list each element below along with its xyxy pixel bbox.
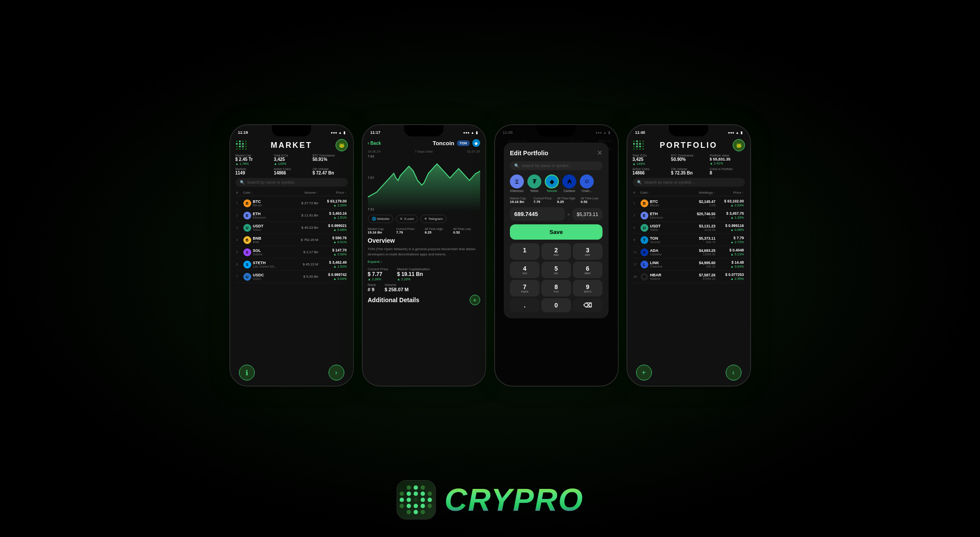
numpad-9[interactable]: 9WXYZ (573, 280, 603, 296)
battery-icon-1: ▮ (343, 131, 345, 135)
time-4: 11:40 (635, 130, 645, 135)
phone-edit-portfolio: 11:45 ●●● ▲ ▮ 1BTC Bitcoin$27.72Bn$63,17… (494, 124, 619, 387)
additional-plus-button[interactable]: + (470, 295, 480, 305)
coin-row[interactable]: 5 S SOL Solana $ 2.17 Bn $ 147.70 ▲ 2.56… (235, 246, 348, 258)
expand-button[interactable]: Expand ↓ (368, 260, 480, 264)
portfolio-coin-row[interactable]: 2 E ETH Ethereum $20,746.50 6.00 $ 3,457… (633, 209, 745, 222)
coin-icon-usdc: U (243, 273, 251, 281)
amount-input-row: 689.7445 = $5,373.11 (510, 207, 603, 221)
avatar-1: 🐸 (336, 139, 348, 151)
app-logo-1 (235, 139, 248, 151)
overview-text: TON (The Open Network) is a general-purp… (368, 247, 480, 257)
coin-list-1: 1 B BTC Bitcoin $ 27.72 Bn $ 63,179.00 ▲… (235, 197, 348, 283)
crypro-app-icon (396, 480, 436, 520)
rank-vol-row: Rank # 9 Volume $ 258.07 M (368, 283, 480, 292)
scene: 11:19 ●●● ▲ ▮ (0, 0, 980, 537)
coin-chip-usdt[interactable]: ₮ Tether (527, 174, 541, 192)
phone-market: 11:19 ●●● ▲ ▮ (229, 124, 354, 387)
numpad-5[interactable]: 5JKL (541, 262, 571, 278)
modal-search-icon: 🔍 (514, 164, 519, 168)
coin-row[interactable]: 3 U USDT Tether $ 40.23 Bn $ 0.999021 ▲ … (235, 222, 348, 234)
edit-portfolio-modal: Edit Portfolio ✕ 🔍 Search by name or sym… (504, 143, 609, 318)
portfolio-coin-row[interactable]: 17 L LINK Chainlink $4,995.60 345.00 $ 1… (633, 258, 745, 271)
modal-market-stats: Market Cap: 19.16 Bn Current Price: 7.79… (510, 197, 603, 204)
coin-icon-usdt-p: U (641, 224, 648, 232)
portfolio-coin-row[interactable]: 1 B BTC Bitcoin $2,145.47 0.03 $ 63,102.… (633, 197, 745, 209)
search-icon-1: 🔍 (240, 180, 245, 185)
market-stats: Market Cap $ 2.45 Tr ▲ 1.76% Total ICOs … (235, 154, 348, 175)
coin-selector-scroll: Ξ Ethereum ₮ Tether ◆ Toncoin (510, 174, 603, 192)
coin-chip-eth[interactable]: Ξ Ethereum (510, 174, 524, 192)
price-chart-svg (368, 154, 480, 211)
market-header: MARKET 🐸 (235, 137, 348, 154)
portfolio-header: PORTFOLIO 🐸 (633, 137, 745, 154)
info-button-1[interactable]: ℹ (239, 365, 255, 380)
notch-1 (272, 125, 311, 136)
portfolio-coin-row[interactable]: 38 H HBAR Hedera $7,587.26 97954.23 $ 0.… (633, 271, 745, 283)
portfolio-coin-row[interactable]: 9 T TON Toncoin $5,373.11 689.74 $ 7.79 … (633, 234, 745, 246)
chart-dates: 24.06.24 7 days chart 01.07.24 (368, 150, 480, 153)
numpad-7[interactable]: 7PQRS (510, 280, 540, 296)
overview-title: Overview (368, 237, 480, 244)
search-bar-1[interactable]: 🔍 Search by name or symbol... (235, 178, 348, 187)
avatar-4: 🐸 (733, 139, 745, 151)
coin-row[interactable]: 1 B BTC Bitcoin $ 27.72 Bn $ 63,179.00 ▲… (235, 197, 348, 209)
coin-icon-sol: S (243, 248, 251, 256)
coin-chip-link[interactable]: ⬡ Chain... (580, 174, 594, 192)
modal-title: Edit Portfolio (510, 150, 548, 157)
bottom-bar-1: ℹ › (230, 365, 353, 380)
app-logo-4 (633, 139, 645, 151)
coin-icon-ton-p: T (641, 236, 648, 244)
numpad-6[interactable]: 6MNO (573, 262, 603, 278)
table-header-1: # Coin ↓ Volume ↑ Price ↑ (235, 189, 348, 196)
website-link[interactable]: 🌐 Website (368, 215, 394, 223)
notch-2 (404, 125, 443, 136)
telegram-link[interactable]: ✈ Telegram (420, 215, 447, 223)
ton-coin-icon: ◆ (472, 139, 480, 147)
coin-icon-btc-p: B (641, 199, 648, 207)
search-bar-4[interactable]: 🔍 Search by name or symbol... (633, 178, 745, 187)
coin-icon-eth-p: E (641, 212, 648, 220)
coin-row[interactable]: 4 B BNB BNB $ 752.20 M $ 580.76 ▲ 0.51% (235, 234, 348, 246)
numpad-backspace[interactable]: ⌫ (573, 298, 603, 312)
crypro-brand-text: CRYPRO (444, 482, 584, 518)
portfolio-coin-row[interactable]: 3 U USDT Tether $3,131.23 3134.00 $ 0.99… (633, 222, 745, 234)
amount-input-field[interactable]: 689.7445 (510, 207, 565, 221)
save-button[interactable]: Save (510, 224, 603, 240)
modal-header: Edit Portfolio ✕ (510, 149, 603, 157)
numpad-0[interactable]: 0 (541, 298, 571, 312)
phone-portfolio: 11:40 ●●● ▲ ▮ (627, 124, 751, 387)
notch-4 (669, 125, 708, 136)
close-modal-button[interactable]: ✕ (597, 149, 603, 157)
next-button-1[interactable]: › (329, 365, 344, 380)
add-button-4[interactable]: + (636, 365, 652, 380)
wifi-icon-1: ▲ (339, 131, 342, 135)
additional-details-header: Additional Details + (368, 295, 480, 305)
price-mkt-row: Current Price $ 7.77 ▲ 2.26% Market Capi… (368, 267, 480, 281)
numpad-1[interactable]: 1 (510, 243, 540, 260)
back-button-4[interactable]: ‹ (726, 365, 741, 380)
coin-icon-usdt: U (243, 224, 251, 232)
coin-chip-ton[interactable]: ◆ Toncoin (545, 174, 559, 192)
coin-icon-steth: S (243, 261, 251, 268)
modal-search-bar[interactable]: 🔍 Search by name or symbol... (510, 161, 603, 170)
numpad-4[interactable]: 4GHI (510, 262, 540, 278)
xcom-link[interactable]: ✕ X.com (396, 215, 418, 223)
portfolio-coin-list: 1 B BTC Bitcoin $2,145.47 0.03 $ 63,102.… (633, 197, 745, 283)
modal-overlay: Edit Portfolio ✕ 🔍 Search by name or sym… (495, 125, 618, 386)
coin-row[interactable]: 7 U USDC USDC $ 5.20 Bn $ 0.999742 ▲ 0.0… (235, 271, 348, 283)
link-buttons: 🌐 Website ✕ X.com ✈ Telegram (368, 215, 480, 223)
fiat-value-display: $5,373.11 (572, 208, 603, 220)
portfolio-coin-row[interactable]: 11 A ADA Cardano $4,693.25 11594.00 $ 0.… (633, 246, 745, 258)
coin-chip-ada[interactable]: ₳ Cardano (562, 174, 576, 192)
numpad-3[interactable]: 3DEF (573, 243, 603, 260)
numpad-dot[interactable]: . (510, 298, 540, 312)
search-icon-4: 🔍 (637, 180, 642, 185)
coin-row[interactable]: 2 E ETH Ethereum $ 11.91 Bn $ 3,463.16 ▲… (235, 209, 348, 222)
numpad-8[interactable]: 8TUV (541, 280, 571, 296)
coin-icon-hbar-p: H (641, 273, 648, 281)
numpad-2[interactable]: 2ABC (541, 243, 571, 260)
coin-row[interactable]: 6 S STETH Lido Staked Eth... $ 45.22 M $… (235, 258, 348, 271)
back-button[interactable]: ‹ Back (368, 141, 381, 146)
coin-stat-bar: Market Cap: 19.16 Bn Current Price: 7.79… (368, 227, 480, 234)
